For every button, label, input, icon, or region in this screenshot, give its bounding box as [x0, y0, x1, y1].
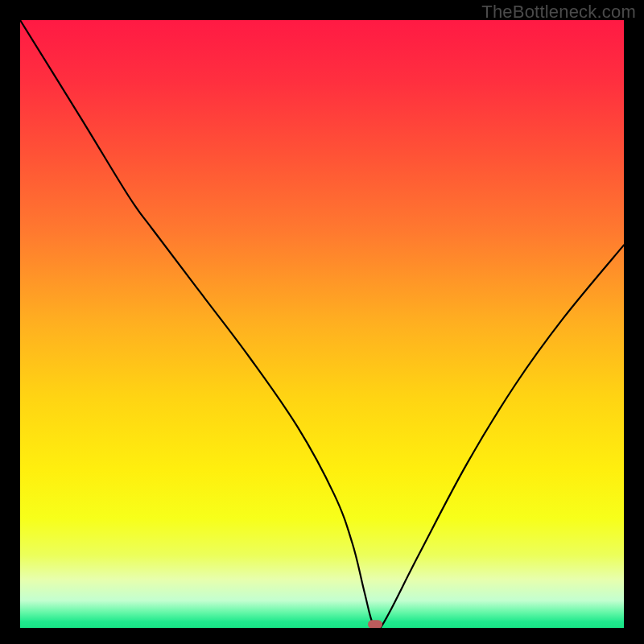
optimal-marker [368, 620, 382, 628]
chart-svg [20, 20, 624, 628]
plot-area [20, 20, 624, 628]
chart-stage: TheBottleneck.com [0, 0, 644, 644]
watermark-text: TheBottleneck.com [481, 2, 636, 23]
gradient-background [20, 20, 624, 628]
